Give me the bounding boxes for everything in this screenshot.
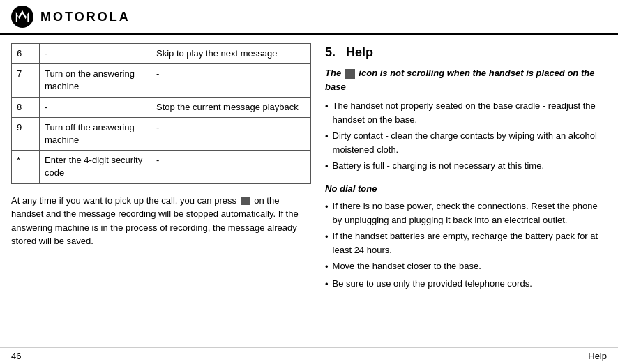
footer-page-number: 46: [11, 351, 21, 361]
table-cell: Turn on the answering machine: [40, 64, 151, 97]
main-content: 6-Skip to play the next message7Turn on …: [0, 35, 618, 308]
bullet-dot: •: [325, 230, 329, 244]
bullet-dot: •: [325, 200, 329, 214]
right-column: 5. Help The icon is not scrolling when t…: [325, 43, 607, 299]
bullet-list-1: •The handset not properly seated on the …: [325, 99, 607, 174]
table-row: 9Turn off the answering machine-: [12, 117, 311, 150]
list-item-text: Dirty contact - clean the charge contact…: [333, 129, 607, 156]
table-row: 7Turn on the answering machine-: [12, 64, 311, 97]
help-title: 5. Help: [325, 43, 607, 62]
brand-name: MOTOROLA: [40, 10, 130, 24]
table-cell: Turn off the answering machine: [40, 117, 151, 150]
commands-table: 6-Skip to play the next message7Turn on …: [11, 43, 311, 184]
list-item-text: The handset not properly seated on the b…: [333, 99, 607, 126]
bullet-dot: •: [325, 100, 329, 114]
list-item-text: If there is no base power, check the con…: [333, 199, 607, 227]
list-item: •Battery is full - charging is not neces…: [325, 159, 607, 174]
table-row: 6-Skip to play the next message: [12, 44, 311, 64]
table-cell: 8: [12, 97, 40, 117]
footer-section-name: Help: [588, 351, 607, 361]
table-cell: Enter the 4-digit security code: [40, 151, 151, 183]
help-subtitle: The icon is not scrolling when the hands…: [325, 66, 607, 93]
table-row: 8-Stop the current message playback: [12, 97, 311, 117]
table-cell: -: [40, 97, 151, 117]
table-cell: Skip to play the next message: [151, 44, 311, 64]
table-cell: 9: [12, 117, 40, 150]
list-item: •The handset not properly seated on the …: [325, 99, 607, 126]
bullet-list-2: •If there is no base power, check the co…: [325, 199, 607, 291]
bullet-dot: •: [325, 278, 329, 291]
help-number: 5.: [325, 45, 336, 59]
list-item: •Dirty contact - clean the charge contac…: [325, 129, 607, 156]
list-item-text: Move the handset closer to the base.: [333, 259, 481, 273]
bullet-dot: •: [325, 130, 329, 144]
table-row: *Enter the 4-digit security code-: [12, 151, 311, 183]
help-label: Help: [346, 45, 373, 59]
list-item-text: Battery is full - charging is not necess…: [333, 159, 544, 173]
motorola-m-icon: [15, 9, 30, 24]
no-dial-tone-title: No dial tone: [325, 182, 607, 196]
below-table-text: At any time if you want to pick up the c…: [11, 194, 311, 248]
table-cell: -: [151, 151, 311, 183]
list-item: •If the handset batteries are empty, rec…: [325, 229, 607, 257]
list-item: •Move the handset closer to the base.: [325, 259, 607, 274]
table-cell: Stop the current message playback: [151, 97, 311, 117]
table-cell: 6: [12, 44, 40, 64]
motorola-logo-circle: [11, 6, 33, 28]
icon-in-subtitle: [345, 69, 355, 79]
list-item-text: Be sure to use only the provided telepho…: [333, 277, 532, 291]
table-cell: 7: [12, 64, 40, 97]
bullet-dot: •: [325, 260, 329, 274]
bullet-dot: •: [325, 160, 329, 174]
phone-icon: [241, 197, 250, 205]
left-column: 6-Skip to play the next message7Turn on …: [11, 43, 311, 299]
table-cell: -: [151, 64, 311, 97]
page-header: MOTOROLA: [0, 0, 618, 35]
table-cell: -: [151, 117, 311, 150]
list-item: •If there is no base power, check the co…: [325, 199, 607, 227]
list-item: •Be sure to use only the provided teleph…: [325, 277, 607, 291]
table-cell: *: [12, 151, 40, 183]
table-cell: -: [40, 44, 151, 64]
page-footer: 46 Help: [0, 347, 618, 364]
list-item-text: If the handset batteries are empty, rech…: [333, 229, 607, 257]
